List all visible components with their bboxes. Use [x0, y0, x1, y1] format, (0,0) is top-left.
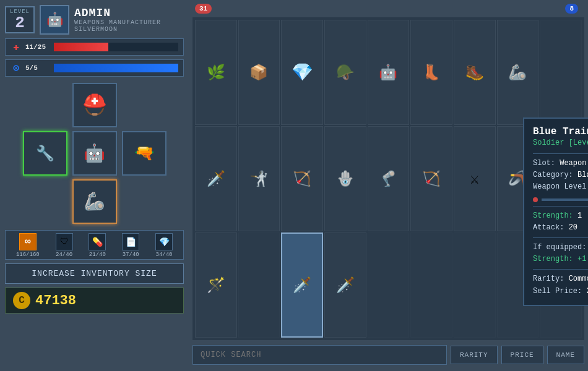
tooltip-if-equipped: Strength: +1 [533, 254, 588, 265]
inv-slot-1[interactable]: 🛡 24/40 [56, 233, 73, 258]
grid-cell-12[interactable]: 🪬 [324, 126, 366, 231]
grid-cell-11[interactable]: 🏹 [281, 126, 323, 231]
grid-cell-2[interactable]: 💎 [281, 20, 323, 125]
wl-dot [533, 197, 538, 202]
inventory-bar: ∞ 116/160 🛡 24/40 💊 21/40 📄 37/40 💎 [5, 230, 184, 260]
inv-slot-2[interactable]: 💊 21/40 [89, 233, 106, 258]
name-sort-button[interactable]: NAME [547, 346, 584, 364]
rarity-sort-button[interactable]: RARITY [451, 346, 498, 364]
equip-slot-legs[interactable]: 🦾 [72, 179, 117, 224]
player-location: SILVERMOON [74, 26, 161, 33]
grid-cell-21[interactable]: 🗡️ [324, 232, 366, 338]
mp-bar-fill [54, 64, 178, 72]
equip-slot-head[interactable]: ⛑️ [72, 83, 117, 127]
grid-cell-5[interactable]: 👢 [410, 20, 452, 125]
hp-bar-row: ✚ 11/25 [5, 38, 184, 56]
item-tooltip: Blue Trainee Blade (+1) Soldier [Level 1… [523, 117, 588, 306]
weapon-level-bar [533, 197, 588, 202]
tooltip-subtitle: Soldier [Level 1] [533, 139, 588, 147]
tooltip-slot: Slot: Weapon [533, 158, 588, 169]
grid-cell-7[interactable]: 🦾 [497, 20, 539, 125]
tooltip-if-equipped-label: If equipped: [533, 242, 588, 254]
equip-row-1: ⛑️ [72, 83, 117, 127]
inv-icon-1: 🛡 [56, 233, 73, 250]
tooltip-attack: Attack: 20 [533, 222, 588, 234]
tooltip-divider-2 [533, 206, 588, 207]
player-class: WEAPONS MANUFACTURER [74, 19, 161, 26]
grid-cell-4[interactable]: 🤖 [368, 20, 410, 125]
badge-31: 31 [195, 4, 212, 14]
gold-bar: C 47138 [5, 288, 184, 313]
mp-bar-bg [54, 64, 178, 72]
price-sort-button[interactable]: PRICE [501, 346, 543, 364]
inv-icon-0: ∞ [19, 233, 37, 250]
inv-count-3: 37/40 [123, 252, 139, 258]
level-number: 2 [6, 15, 33, 32]
tooltip-title: Blue Trainee Blade (+1) [533, 126, 588, 137]
inv-icon-2: 💊 [89, 233, 106, 250]
equip-slot-weapon[interactable]: 🔧 [23, 131, 67, 176]
grid-cell-8[interactable] [540, 20, 582, 125]
equip-row-3: 🦾 [72, 179, 117, 224]
inv-count-2: 21/40 [89, 252, 106, 258]
player-header: LEVEL 2 🤖 ADMIN WEAPONS MANUFACTURER SIL… [5, 5, 184, 35]
grid-cell-0[interactable]: 🌿 [195, 20, 237, 125]
bottom-bar: RARITY PRICE NAME [192, 343, 584, 367]
inv-slot-0[interactable]: ∞ 116/160 [16, 233, 40, 258]
gold-icon: C [13, 292, 30, 309]
grid-cell-24[interactable] [454, 232, 496, 338]
inv-slot-3[interactable]: 📄 37/40 [122, 233, 139, 258]
grid-cell-3[interactable]: 🪖 [324, 20, 366, 125]
tooltip-divider-3 [533, 237, 588, 238]
grid-cell-10[interactable]: 🤺 [238, 126, 280, 231]
grid-header: 31 8 [192, 4, 584, 15]
mp-label: 5/5 [25, 64, 50, 72]
inv-icon-4: 💎 [155, 233, 173, 250]
hp-label: 11/25 [25, 43, 50, 51]
equip-slot-gun[interactable]: 🔫 [122, 131, 166, 176]
tooltip-divider-1 [533, 153, 588, 154]
grid-cell-6[interactable]: 🥾 [454, 20, 496, 125]
grid-cell-15[interactable]: ⚔️ [454, 126, 496, 231]
search-input[interactable] [192, 345, 447, 365]
tooltip-rarity: Rarity: Common [533, 273, 588, 285]
inv-slot-4[interactable]: 💎 34/40 [155, 233, 173, 258]
grid-cell-9[interactable]: 🗡️ [195, 126, 237, 231]
mp-bar-row: ⊙ 5/5 [5, 59, 184, 77]
gold-amount: 47138 [35, 293, 76, 309]
increase-inventory-button[interactable]: Increase inventory size [5, 263, 184, 284]
grid-cell-19[interactable] [238, 232, 280, 338]
player-name: ADMIN [74, 7, 161, 19]
avatar: 🤖 [40, 5, 69, 35]
grid-cell-13[interactable]: 🦿 [368, 126, 410, 231]
grid-cell-22[interactable] [368, 232, 410, 338]
equip-row-2: 🔧 🤖 🔫 [23, 131, 166, 176]
inv-icon-3: 📄 [122, 233, 139, 250]
badge-8: 8 [565, 4, 578, 14]
inv-count-0: 116/160 [16, 252, 40, 258]
grid-cell-20[interactable]: 🗡️ [281, 232, 323, 338]
tooltip-weapon-level: Weapon Level: 0 [533, 181, 588, 193]
right-panel: 31 8 🌿 📦 💎 🪖 🤖 👢 🥾 🦾 🗡️ 🤺 🏹 🪬 🦿 🏹 ⚔️ 🪃 🪄… [189, 0, 588, 371]
left-panel: LEVEL 2 🤖 ADMIN WEAPONS MANUFACTURER SIL… [0, 0, 189, 371]
grid-cell-23[interactable] [410, 232, 452, 338]
equip-slot-body[interactable]: 🤖 [72, 131, 117, 176]
grid-cell-14[interactable]: 🏹 [410, 126, 452, 231]
hp-icon: ✚ [11, 41, 22, 53]
grid-cell-18[interactable]: 🪄 [195, 232, 237, 338]
tooltip-divider-4 [533, 269, 588, 270]
tooltip-category: Category: Blade [533, 169, 588, 181]
player-info: ADMIN WEAPONS MANUFACTURER SILVERMOON [74, 7, 161, 33]
hp-bar-bg [54, 43, 178, 51]
hp-bar-fill [54, 43, 108, 51]
mp-icon: ⊙ [11, 62, 22, 74]
tooltip-sell-price: Sell Price: 250 CR [533, 286, 588, 297]
inv-count-1: 24/40 [56, 252, 72, 258]
tooltip-strength: Strength: 1 [533, 210, 588, 222]
level-box: LEVEL 2 [5, 6, 35, 33]
grid-cell-1[interactable]: 📦 [238, 20, 280, 125]
equipment-area: ⛑️ 🔧 🤖 🔫 🦾 [5, 83, 184, 224]
wl-track [542, 198, 588, 201]
inv-count-4: 34/40 [156, 252, 173, 258]
